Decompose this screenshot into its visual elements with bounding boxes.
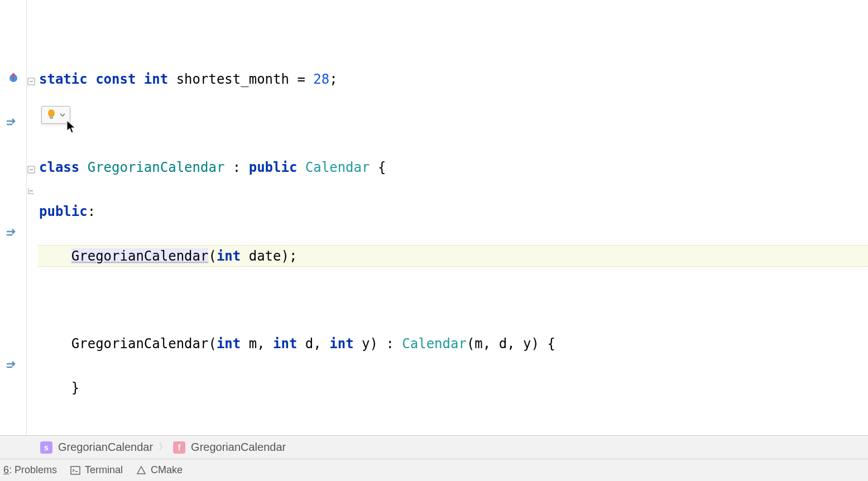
change-marker-icon[interactable] <box>4 358 18 372</box>
code-line[interactable] <box>38 25 868 47</box>
tab-label: CMake <box>151 464 183 476</box>
lightbulb-icon <box>46 109 56 121</box>
breadcrumb-bar: s GregorianCalendar 〉 f GregorianCalenda… <box>0 435 868 459</box>
svg-point-6 <box>48 109 55 117</box>
fold-collapse-icon[interactable] <box>27 74 36 83</box>
intention-bulb-popup[interactable] <box>41 106 70 124</box>
code-line[interactable]: static const int shortest_month = 28; <box>38 69 868 91</box>
tab-cmake[interactable]: CMake <box>136 464 183 476</box>
change-marker-icon[interactable] <box>4 116 18 129</box>
code-line-current[interactable]: GregorianCalendar(int date); <box>38 245 868 267</box>
breadcrumb-separator-icon: 〉 <box>159 441 167 453</box>
chevron-down-icon <box>60 113 65 117</box>
editor-gutter <box>0 0 27 481</box>
struct-icon: s <box>40 441 52 454</box>
fold-collapse-icon[interactable] <box>27 162 36 171</box>
svg-rect-8 <box>71 466 80 474</box>
fold-end-icon[interactable] <box>27 183 36 192</box>
tool-window-tabs: 6: Problems Terminal CMake <box>0 459 868 481</box>
breadcrumb-label: GregorianCalendar <box>58 441 153 454</box>
code-line[interactable]: GregorianCalendar(int m, int d, int y) :… <box>38 333 868 355</box>
breadcrumb-item-class[interactable]: s GregorianCalendar <box>40 441 153 454</box>
tab-terminal[interactable]: Terminal <box>70 464 123 476</box>
fold-gutter <box>27 0 38 481</box>
breadcrumb-label: GregorianCalendar <box>191 441 286 454</box>
code-line[interactable]: public: <box>38 201 868 223</box>
terminal-icon <box>70 465 80 475</box>
code-line[interactable] <box>38 113 868 135</box>
override-marker-icon[interactable] <box>8 71 19 83</box>
code-line[interactable]: } <box>38 377 868 400</box>
breadcrumb-item-function[interactable]: f GregorianCalendar <box>173 441 286 454</box>
cmake-icon <box>136 465 146 475</box>
function-icon: f <box>173 441 185 454</box>
change-marker-icon[interactable] <box>4 226 18 239</box>
svg-rect-7 <box>50 117 53 119</box>
code-line[interactable] <box>38 289 868 311</box>
tab-problems[interactable]: 6: Problems <box>3 464 57 476</box>
code-editor[interactable]: static const int shortest_month = 28; cl… <box>38 0 868 431</box>
tab-label: Terminal <box>85 464 123 476</box>
code-line[interactable]: class GregorianCalendar : public Calenda… <box>38 157 868 179</box>
